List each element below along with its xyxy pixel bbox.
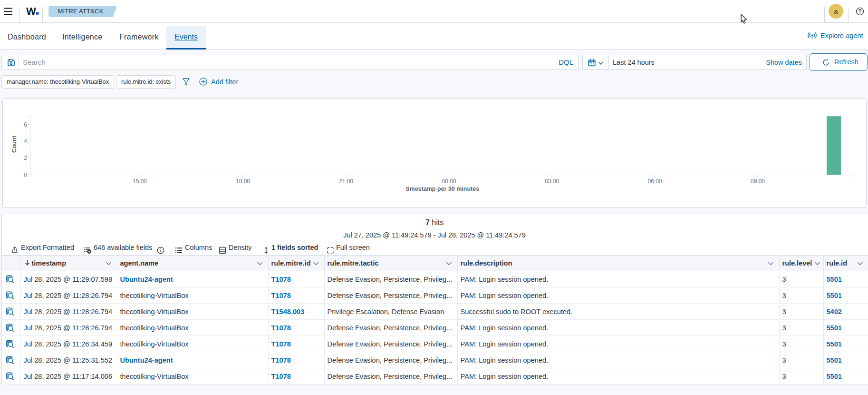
svg-text:03:00: 03:00 — [545, 178, 559, 185]
svg-text:4: 4 — [24, 138, 27, 145]
svg-text:06:00: 06:00 — [647, 178, 662, 185]
svg-text:6: 6 — [24, 121, 27, 128]
svg-text:2: 2 — [24, 155, 27, 161]
svg-text:timestamp per 30 minutes: timestamp per 30 minutes — [406, 186, 479, 192]
svg-text:Count: Count — [11, 135, 18, 153]
svg-text:0: 0 — [24, 172, 27, 178]
svg-text:00:00: 00:00 — [442, 178, 456, 185]
svg-text:21:00: 21:00 — [339, 178, 353, 185]
svg-text:09:00: 09:00 — [751, 178, 765, 185]
svg-text:15:00: 15:00 — [133, 178, 147, 185]
svg-text:18:00: 18:00 — [236, 178, 250, 185]
